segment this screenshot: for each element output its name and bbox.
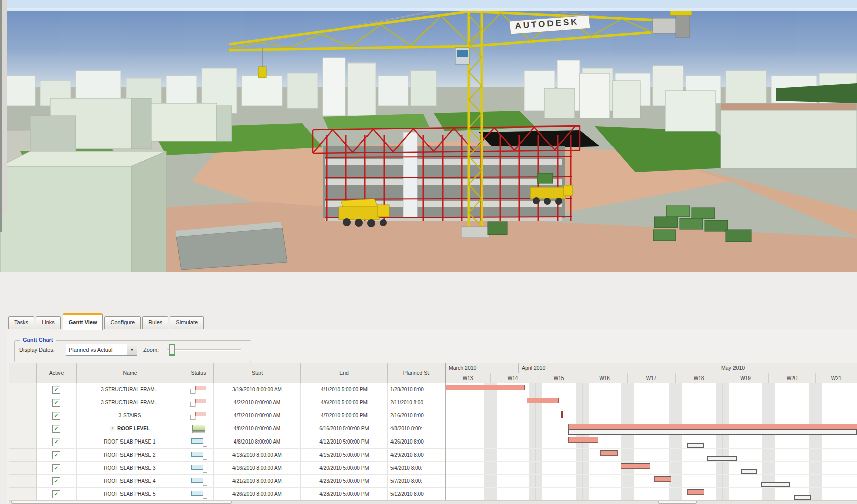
gantt-planned-bar[interactable] <box>761 482 790 487</box>
status-red-icon <box>190 411 207 420</box>
scrollbar-thumb[interactable] <box>11 501 232 504</box>
task-name-label: 3 STRUCTURAL FRAM... <box>101 387 159 392</box>
gantt-actual-bar[interactable] <box>654 476 671 482</box>
row-selector[interactable] <box>9 475 37 488</box>
active-checkbox[interactable]: ✔ <box>52 425 60 433</box>
tab-simulate[interactable]: Simulate <box>170 316 204 329</box>
active-cell: ✔ <box>37 475 77 488</box>
table-row[interactable]: ✔3 STAIRS4/7/2010 8:00:00 AM4/7/2010 5:0… <box>9 409 445 422</box>
display-dates-combobox[interactable]: Planned vs Actual ▼ <box>66 344 137 356</box>
row-selector[interactable] <box>9 462 37 475</box>
checkmark-icon: ✔ <box>54 387 58 392</box>
status-cell <box>183 409 214 422</box>
timeline-week-w16: W16 <box>582 373 628 383</box>
status-cell <box>183 396 214 409</box>
column-header-selector <box>9 363 37 383</box>
active-checkbox[interactable]: ✔ <box>52 412 60 420</box>
display-dates-value: Planned vs Actual <box>66 347 127 353</box>
gantt-actual-bar[interactable] <box>527 398 559 403</box>
table-row[interactable]: ✔3 STRUCTURAL FRAM...3/19/2010 8:00:00 A… <box>9 383 445 396</box>
gantt-planned-bar[interactable] <box>687 443 704 448</box>
gantt-planned-bar[interactable] <box>707 456 737 461</box>
horizontal-scrollbar[interactable] <box>9 500 857 504</box>
row-selector[interactable] <box>9 396 37 409</box>
table-row[interactable]: ✔3 STRUCTURAL FRAM...4/2/2010 8:00:00 AM… <box>9 396 445 409</box>
checkmark-icon: ✔ <box>54 465 58 471</box>
start-cell: 3/19/2010 8:00:00 AM <box>214 383 301 396</box>
table-row[interactable]: ✔ROOF SLAB PHASE 34/16/2010 8:00:00 AM4/… <box>9 462 445 475</box>
active-checkbox[interactable]: ✔ <box>52 477 60 485</box>
column-header-active: Active <box>37 363 77 383</box>
gantt-actual-bar[interactable] <box>687 489 704 495</box>
column-header-planned-st: Planned St <box>388 363 445 383</box>
tab-tasks[interactable]: Tasks <box>8 316 34 329</box>
planned-start-cell: 5/12/2010 8:00 <box>388 488 445 500</box>
end-cell: 4/15/2010 5:00:00 PM <box>301 449 388 462</box>
start-cell: 4/7/2010 8:00:00 AM <box>214 409 301 422</box>
gantt-actual-bar[interactable] <box>568 424 857 429</box>
tab-configure[interactable]: Configure <box>104 316 141 329</box>
table-row[interactable]: ✔+ROOF LEVEL4/8/2010 8:00:00 AM6/16/2010… <box>9 422 445 435</box>
gantt-actual-bar[interactable] <box>621 463 650 469</box>
column-header-start: Start <box>214 363 301 383</box>
active-cell: ✔ <box>37 383 77 396</box>
row-selector[interactable] <box>9 422 37 435</box>
timeline-week-w20: W20 <box>769 373 816 383</box>
gantt-row-separator <box>446 396 857 396</box>
task-name-cell: 3 STRUCTURAL FRAM... <box>77 383 183 396</box>
gantt-planned-bar[interactable] <box>568 429 857 435</box>
gantt-chart-body <box>445 383 857 500</box>
task-name-cell: ROOF SLAB PHASE 2 <box>77 449 183 462</box>
active-checkbox[interactable]: ✔ <box>52 451 60 459</box>
tab-links[interactable]: Links <box>36 316 61 329</box>
active-checkbox[interactable]: ✔ <box>52 386 60 394</box>
end-cell: 4/6/2010 5:00:00 PM <box>301 396 388 409</box>
active-checkbox[interactable]: ✔ <box>52 490 60 498</box>
gantt-row-separator <box>446 461 857 462</box>
table-row[interactable]: ✔ROOF SLAB PHASE 24/13/2010 8:00:00 AM4/… <box>9 449 445 462</box>
planned-start-cell: 1/28/2010 8:00 <box>388 383 445 396</box>
planned-start-cell: 4/26/2010 8:00 <box>388 435 445 449</box>
tab-rules[interactable]: Rules <box>142 316 168 329</box>
gantt-actual-bar[interactable] <box>600 450 618 456</box>
status-cell <box>183 383 214 396</box>
active-checkbox[interactable]: ✔ <box>52 399 60 407</box>
gantt-actual-bar[interactable] <box>568 437 598 443</box>
zoom-slider-track[interactable] <box>167 349 241 351</box>
expand-icon[interactable]: + <box>110 426 115 431</box>
timeline-week-w19: W19 <box>722 373 769 383</box>
chevron-down-icon[interactable]: ▼ <box>127 344 137 355</box>
end-cell: 4/1/2010 5:00:00 PM <box>301 383 388 396</box>
active-cell: ✔ <box>37 396 77 409</box>
gantt-row-separator <box>446 409 857 409</box>
table-row[interactable]: ✔ROOF SLAB PHASE 54/26/2010 8:00:00 AM4/… <box>9 488 445 500</box>
tab-gantt-view[interactable]: Gantt View <box>63 313 103 330</box>
gantt-actual-bar[interactable] <box>446 385 525 390</box>
week-gridline <box>676 383 676 500</box>
status-red-icon <box>190 385 207 394</box>
start-cell: 4/13/2010 8:00:00 AM <box>214 449 301 462</box>
gantt-planned-bar[interactable] <box>794 495 811 500</box>
display-dates-label: Display Dates: <box>19 347 55 353</box>
table-row[interactable]: ✔ROOF SLAB PHASE 44/21/2010 8:00:00 AM4/… <box>9 475 445 488</box>
row-selector[interactable] <box>9 383 37 396</box>
status-teal-icon <box>190 490 207 499</box>
task-name-cell: 3 STRUCTURAL FRAM... <box>77 396 183 409</box>
timeline-week-w15: W15 <box>535 373 582 383</box>
zoom-slider-thumb[interactable] <box>169 344 175 356</box>
checkmark-icon: ✔ <box>54 426 58 431</box>
active-checkbox[interactable]: ✔ <box>52 438 60 446</box>
gantt-milestone-mark[interactable] <box>561 411 563 418</box>
row-selector[interactable] <box>9 409 37 422</box>
active-checkbox[interactable]: ✔ <box>52 464 60 472</box>
row-selector[interactable] <box>9 488 37 500</box>
scrollbar-thumb-right[interactable] <box>658 501 697 504</box>
table-row[interactable]: ✔ROOF SLAB PHASE 14/8/2010 8:00:00 AM4/1… <box>9 435 445 449</box>
row-selector[interactable] <box>9 435 37 449</box>
3d-viewport[interactable]: AUTODESK <box>0 0 857 272</box>
planned-start-cell: 5/4/2010 8:00: <box>388 462 445 475</box>
checkmark-icon: ✔ <box>54 439 58 445</box>
row-selector[interactable] <box>9 449 37 462</box>
gantt-planned-bar[interactable] <box>741 469 757 474</box>
task-name-cell: ROOF SLAB PHASE 5 <box>77 488 183 500</box>
